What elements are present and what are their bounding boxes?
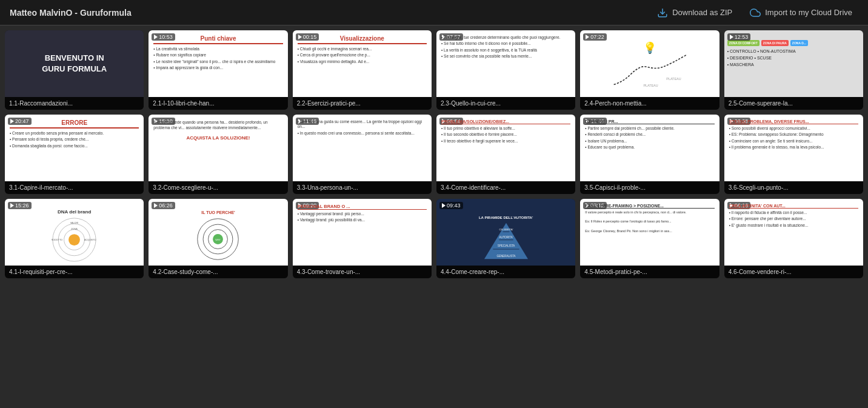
video-card-2-4[interactable]: 07:22 💡 PLATEAU PLATEAU 2.4-Perch-non-me… <box>580 30 719 110</box>
video-card-3-1[interactable]: 20:47 ERRORE Creare un prodotto senza pr… <box>5 115 144 194</box>
video-card-4-6[interactable]: 06:16 CREA AFFINITA' CON AUT... Il rappo… <box>724 199 863 278</box>
thumbnail-4-3: 09:20 PERSONAL BRAND O ... Vantaggi pers… <box>293 199 432 266</box>
card-label-1-1: 1.1-Raccomandazioni... <box>5 97 144 110</box>
download-zip-button[interactable]: Download as ZIP <box>650 3 738 22</box>
video-card-2-1[interactable]: 10:53 Punti chiave La creatività va stim… <box>149 30 287 110</box>
video-card-4-4[interactable]: 09:43 LA PIRAMIDE DELL'AUTORITA' GENERAL… <box>436 199 575 278</box>
thumb-title-1-1: BENVENUTO INGURU FORMULA <box>42 53 107 75</box>
video-card-3-2[interactable]: 15:10 E cosa succede quando una persona … <box>149 115 287 194</box>
svg-point-6 <box>68 234 80 246</box>
card-label-2-5: 2.5-Come-superare-la... <box>724 97 863 110</box>
card-label-3-4: 3.4-Come-identificare-... <box>436 181 575 194</box>
card-label-3-2: 3.2-Come-scegliere-u-... <box>149 181 287 194</box>
header: Matteo MalvinO - Guruformula Download as… <box>0 0 868 25</box>
thumbnail-1-1: BENVENUTO INGURU FORMULA <box>5 30 144 97</box>
svg-text:VALORI: VALORI <box>70 222 78 224</box>
svg-text:PRODOTTO: PRODOTTO <box>52 239 62 241</box>
thumbnail-3-3: 11:46 Non fare una guida su come essere.… <box>293 115 432 181</box>
video-card-4-5[interactable]: 08:12 FASE 1: PRE-FRAMING > POSIZIONE...… <box>580 199 719 278</box>
thumbnail-3-1: 20:47 ERRORE Creare un prodotto senza pr… <box>5 115 144 181</box>
duration-4-4: 09:43 <box>439 202 463 209</box>
video-card-3-4[interactable]: 08:54 PROBLEMA/SOLUZIONE/OBIEZ... Il tuo… <box>436 115 575 194</box>
svg-text:CELEBRITA': CELEBRITA' <box>499 228 513 231</box>
concentric-svg: WHY <box>195 216 241 262</box>
thumbnail-2-4: 07:22 💡 PLATEAU PLATEAU <box>580 30 719 97</box>
thumb-content-3-1: ERRORE Creare un prodotto senza prima pe… <box>5 115 144 181</box>
thumbnail-2-1: 10:53 Punti chiave La creatività va stim… <box>149 30 287 97</box>
thumb-content-2-2: Visualizzazione Chiudi gli occhi e immag… <box>293 30 432 97</box>
card-label-3-6: 3.6-Scegli-un-punto-... <box>724 181 863 194</box>
thumb-content-2-1: Punti chiave La creatività va stimolata … <box>149 30 287 97</box>
card-label-4-3: 4.3-Come-trovare-un-... <box>293 266 432 278</box>
thumbnail-4-5: 08:12 FASE 1: PRE-FRAMING > POSIZIONE...… <box>580 199 719 266</box>
card-label-3-3: 3.3-Una-persona-un-... <box>293 181 432 194</box>
thumbnail-2-3: 07:57 Paradigmi, tue credenze determinan… <box>436 30 575 97</box>
card-label-2-3: 2.3-Quello-in-cui-cre... <box>436 97 575 110</box>
svg-text:SPECIALISTA: SPECIALISTA <box>497 244 515 247</box>
thumbnail-3-6: 06:38 STESSO PROBLEMA, DIVERSE FRUS... S… <box>724 115 863 181</box>
pyramid-svg: GENERALISTA SPECIALISTA AUTORITA' CELEBR… <box>479 221 533 261</box>
thumbnail-4-4: 09:43 LA PIRAMIDE DELL'AUTORITA' GENERAL… <box>436 199 575 266</box>
video-card-2-3[interactable]: 07:57 Paradigmi, tue credenze determinan… <box>436 30 575 110</box>
card-label-4-1: 4.1-I-requisiti-per-cre-... <box>5 266 144 278</box>
header-actions: Download as ZIP Import to my Cloud Drive <box>650 3 858 22</box>
duration-4-2: 06:26 <box>152 202 175 209</box>
video-card-2-5[interactable]: 12:53 ZONA DI COMFORT ZONA DI PAURA ZONA… <box>724 30 863 110</box>
thumbnail-3-2: 15:10 E cosa succede quando una persona … <box>149 115 287 181</box>
video-card-1-1[interactable]: BENVENUTO INGURU FORMULA 1.1-Raccomandaz… <box>5 30 144 110</box>
download-icon <box>656 7 669 19</box>
video-card-3-3[interactable]: 11:46 Non fare una guida su come essere.… <box>293 115 432 194</box>
duration-2-4: 07:22 <box>583 33 607 41</box>
video-card-4-1[interactable]: 15:26 DNA del brand VALORI ZONA PRODOTTO… <box>5 199 144 278</box>
card-label-2-1: 2.1-I-10-libri-che-han... <box>149 97 287 110</box>
svg-text:GENERALISTA: GENERALISTA <box>496 255 515 258</box>
dna-svg: VALORI ZONA PRODOTTO ACQUISTO <box>52 217 97 263</box>
thumb-content-2-3: Paradigmi, tue credenze determinano quel… <box>436 30 575 97</box>
thumb-content-3-3: Non fare una guida su come essere... La … <box>293 115 432 181</box>
card-label-2-4: 2.4-Perch-non-mettia... <box>580 97 719 110</box>
duration-2-5: 12:53 <box>727 33 751 41</box>
video-grid: BENVENUTO INGURU FORMULA 1.1-Raccomandaz… <box>0 25 868 283</box>
thumb-content-3-2: E cosa succede quando una persona ha... … <box>149 115 287 181</box>
thumbnail-4-6: 06:16 CREA AFFINITA' CON AUT... Il rappo… <box>724 199 863 266</box>
thumb-content-3-5: DEFINIRE I PR... Partire sempre dai prob… <box>580 115 719 181</box>
thumbnail-2-5: 12:53 ZONA DI COMFORT ZONA DI PAURA ZONA… <box>724 30 863 97</box>
card-label-4-2: 4.2-Case-study-come-... <box>149 266 287 278</box>
thumbnail-4-1: 15:26 DNA del brand VALORI ZONA PRODOTTO… <box>5 199 144 266</box>
svg-text:PLATEAU: PLATEAU <box>643 83 658 87</box>
thumb-content-4-6: CREA AFFINITA' CON AUT... Il rapporto di… <box>724 199 863 266</box>
card-label-4-5: 4.5-Metodi-pratici-pe-... <box>580 266 719 278</box>
cloud-icon <box>749 7 761 19</box>
card-label-2-2: 2.2-Esercizi-pratici-pe... <box>293 97 432 110</box>
thumbnail-3-4: 08:54 PROBLEMA/SOLUZIONE/OBIEZ... Il tuo… <box>436 115 575 181</box>
svg-text:WHY: WHY <box>216 239 221 241</box>
video-card-4-2[interactable]: 06:26 IL TUO PERCHE' WHY 4.2-Case-study-… <box>149 199 287 278</box>
video-card-2-2[interactable]: 00:15 Visualizzazione Chiudi gli occhi e… <box>293 30 432 110</box>
thumb-content-4-3: PERSONAL BRAND O ... Vantaggi personal b… <box>293 199 432 266</box>
thumbnail-3-5: 11:46 DEFINIRE I PR... Partire sempre da… <box>580 115 719 181</box>
svg-text:AUTORITA': AUTORITA' <box>499 236 513 239</box>
video-card-3-5[interactable]: 11:46 DEFINIRE I PR... Partire sempre da… <box>580 115 719 194</box>
video-card-3-6[interactable]: 06:38 STESSO PROBLEMA, DIVERSE FRUS... S… <box>724 115 863 194</box>
card-label-3-5: 3.5-Capisci-il-proble-... <box>580 181 719 194</box>
thumb-content-3-6: STESSO PROBLEMA, DIVERSE FRUS... Sono po… <box>724 115 863 181</box>
import-cloud-button[interactable]: Import to my Cloud Drive <box>743 3 858 22</box>
thumb-content-3-4: PROBLEMA/SOLUZIONE/OBIEZ... Il tuo primo… <box>436 115 575 181</box>
duration-4-1: 15:26 <box>8 202 32 209</box>
video-card-4-3[interactable]: 09:20 PERSONAL BRAND O ... Vantaggi pers… <box>293 199 432 278</box>
card-label-4-6: 4.6-Come-vendere-ri-... <box>724 266 863 278</box>
thumbnail-2-2: 00:15 Visualizzazione Chiudi gli occhi e… <box>293 30 432 97</box>
svg-text:PLATEAU: PLATEAU <box>666 77 681 81</box>
svg-text:ACQUISTO: ACQUISTO <box>84 239 96 241</box>
card-label-4-4: 4.4-Come-creare-rep-... <box>436 266 575 278</box>
card-label-3-1: 3.1-Capire-il-mercato-... <box>5 181 144 194</box>
thumb-content-4-5: FASE 1: PRE-FRAMING > POSIZIONE... Il va… <box>580 199 719 266</box>
download-zip-label: Download as ZIP <box>672 8 732 17</box>
import-cloud-label: Import to my Cloud Drive <box>765 8 852 17</box>
thumbnail-4-2: 06:26 IL TUO PERCHE' WHY <box>149 199 287 266</box>
svg-text:ZONA: ZONA <box>71 228 78 230</box>
page-title: Matteo MalvinO - Guruformula <box>10 8 132 18</box>
